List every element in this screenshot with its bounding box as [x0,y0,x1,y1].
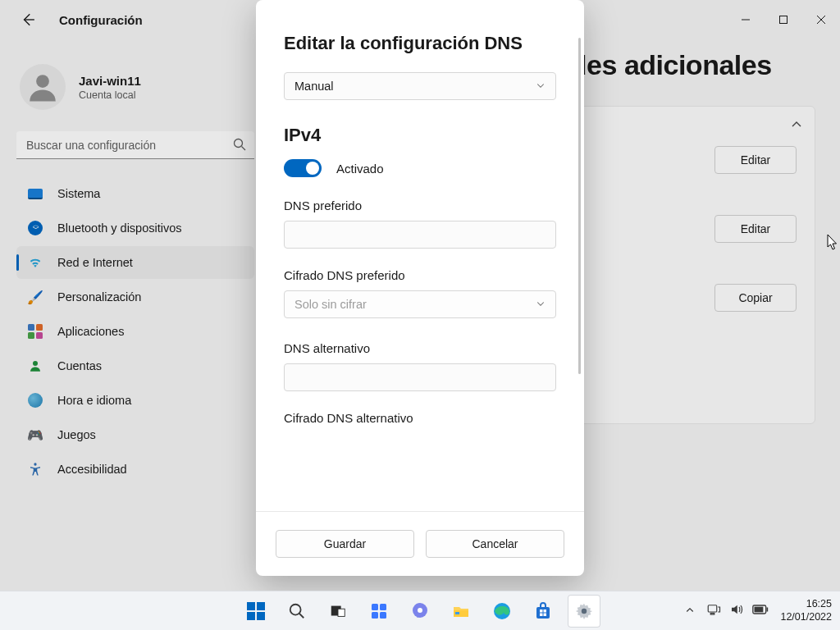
taskbar-search-button[interactable] [281,595,313,628]
settings-app-button[interactable] [568,595,600,628]
svg-point-10 [290,604,301,614]
preferred-dns-input[interactable] [284,221,556,249]
alt-dns-label: DNS alternativo [284,341,556,355]
svg-rect-32 [767,607,769,611]
windows-logo-icon [247,602,265,620]
widgets-button[interactable] [363,595,395,628]
alt-dns-input[interactable] [284,363,556,391]
clock-time: 16:25 [780,598,832,611]
taskbar: 16:25 12/01/2022 [0,591,840,630]
chat-button[interactable] [404,595,436,628]
dns-settings-modal: Editar la configuración DNS Manual IPv4 … [256,0,584,576]
modal-scrollbar[interactable] [578,38,581,374]
svg-rect-30 [711,613,715,614]
edge-button[interactable] [486,595,518,628]
svg-line-11 [299,613,304,618]
dns-mode-select[interactable]: Manual [284,72,556,100]
store-button[interactable] [527,595,559,628]
network-tray-icon[interactable] [706,602,721,620]
svg-rect-25 [544,609,547,613]
svg-rect-21 [455,612,459,614]
ipv4-toggle[interactable] [284,159,322,177]
preferred-encryption-label: Cifrado DNS preferido [284,268,556,282]
svg-rect-24 [540,609,543,613]
modal-title: Editar la configuración DNS [284,33,556,54]
preferred-encryption-value: Solo sin cifrar [294,298,367,311]
svg-rect-14 [372,604,378,610]
chevron-down-icon [536,80,546,93]
tray-chevron-icon[interactable] [685,604,695,619]
file-explorer-button[interactable] [445,595,477,628]
ipv4-toggle-label: Activado [336,162,384,176]
start-button[interactable] [240,595,272,628]
battery-tray-icon[interactable] [752,604,769,619]
preferred-encryption-select[interactable]: Solo sin cifrar [284,290,556,318]
svg-rect-23 [536,607,550,619]
svg-point-19 [418,608,422,613]
svg-rect-29 [709,605,718,611]
svg-rect-26 [540,613,543,616]
svg-rect-16 [372,612,378,619]
clock-date: 12/01/2022 [780,611,832,624]
preferred-dns-label: DNS preferido [284,199,556,212]
volume-tray-icon[interactable] [729,602,744,620]
cancel-button[interactable]: Cancelar [426,530,564,558]
task-view-button[interactable] [322,595,354,628]
svg-rect-33 [755,606,764,612]
ipv4-heading: IPv4 [284,125,556,146]
svg-rect-15 [380,604,386,610]
svg-rect-27 [544,613,547,616]
chevron-down-icon [536,298,546,311]
svg-rect-17 [380,612,386,619]
taskbar-clock[interactable]: 16:25 12/01/2022 [780,598,832,623]
alt-encryption-label: Cifrado DNS alternativo [284,411,556,425]
svg-rect-13 [338,609,345,616]
save-button[interactable]: Guardar [276,530,414,558]
dns-mode-value: Manual [294,80,334,93]
